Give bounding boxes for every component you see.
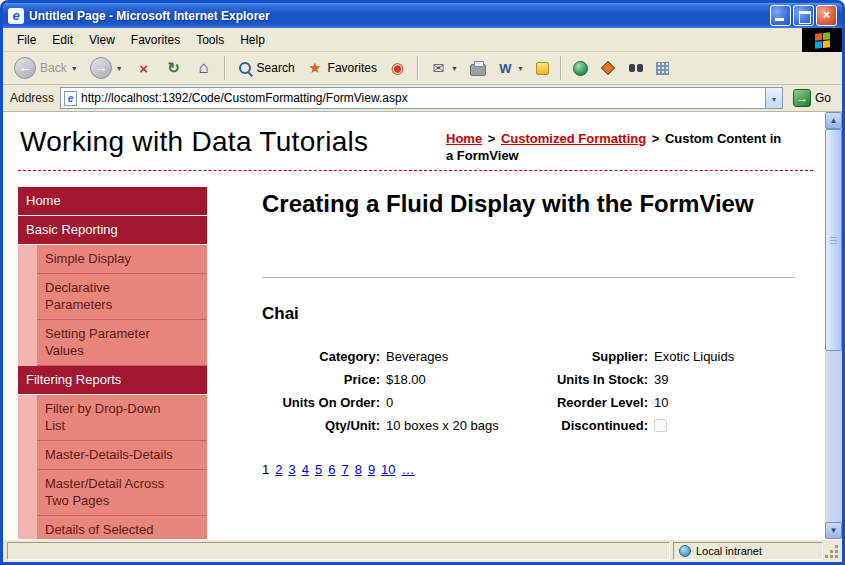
sidebar-item-master-details-details[interactable]: Master-Details-Details (37, 441, 207, 470)
back-icon: ← (14, 57, 36, 79)
menu-tools[interactable]: Tools (188, 30, 232, 50)
windows-flag-icon (802, 28, 842, 52)
toolbar-extra-button-2[interactable] (595, 54, 621, 82)
favorites-star-icon: ★ (307, 59, 324, 77)
title-bar[interactable]: e Untitled Page - Microsoft Internet Exp… (3, 3, 842, 28)
breadcrumb-section-link[interactable]: Customized Formatting (501, 131, 646, 146)
refresh-icon: ↻ (165, 59, 183, 77)
search-label: Search (257, 61, 295, 75)
scroll-down-button[interactable]: ▼ (825, 522, 842, 539)
address-dropdown-button[interactable]: ▼ (765, 88, 782, 108)
menu-view[interactable]: View (81, 30, 123, 50)
sidebar-item-master-detail-across-two-pages[interactable]: Master/Detail Across Two Pages (37, 470, 207, 516)
forward-icon: → (90, 57, 112, 79)
status-zone-label: Local intranet (696, 545, 762, 557)
go-icon: → (793, 89, 811, 107)
field-value: 39 (654, 372, 795, 388)
vertical-scrollbar[interactable]: ▲ ▼ (825, 112, 842, 539)
page-link[interactable]: 7 (341, 462, 348, 477)
sidebar-item-setting-parameter-values[interactable]: Setting Parameter Values (37, 320, 207, 366)
resize-grip[interactable] (826, 542, 840, 560)
browser-viewport: Working with Data Tutorials Home > Custo… (3, 112, 842, 539)
stop-button[interactable]: × (130, 54, 158, 82)
window-title: Untitled Page - Microsoft Internet Explo… (29, 9, 765, 23)
field-label: Units On Order: (262, 395, 380, 411)
field-label: Supplier: (512, 349, 648, 365)
back-button[interactable]: ← Back ▼ (9, 54, 83, 82)
search-button[interactable]: Search (232, 54, 300, 82)
page-link[interactable]: 3 (288, 462, 295, 477)
page-link[interactable]: 10 (381, 462, 395, 477)
print-button[interactable] (465, 54, 491, 82)
search-icon (237, 60, 253, 76)
breadcrumb-separator: > (486, 131, 498, 146)
favorites-button[interactable]: ★ Favorites (302, 54, 382, 82)
page-link[interactable]: 8 (355, 462, 362, 477)
go-label: Go (815, 91, 831, 105)
field-label: Discontinued: (512, 418, 648, 434)
breadcrumb-home-link[interactable]: Home (446, 131, 482, 146)
binoculars-icon (628, 63, 644, 73)
scroll-thumb[interactable] (825, 129, 842, 351)
toolbar-extra-button-4[interactable] (651, 54, 674, 82)
page-link[interactable]: 5 (315, 462, 322, 477)
menu-help[interactable]: Help (232, 30, 273, 50)
sidebar-item-basic-reporting[interactable]: Basic Reporting (18, 216, 207, 245)
field-label: Price: (262, 372, 380, 388)
sidebar-item-filtering-reports[interactable]: Filtering Reports (18, 366, 207, 395)
go-button[interactable]: → Go (789, 89, 835, 107)
browser-window: e Untitled Page - Microsoft Internet Exp… (0, 0, 845, 565)
address-input[interactable] (81, 89, 761, 107)
mail-button[interactable]: ✉ ▼ (425, 54, 463, 82)
page-body: Home Basic Reporting Simple Display Decl… (18, 171, 825, 539)
sidebar-item-simple-display[interactable]: Simple Display (37, 245, 207, 274)
maximize-button[interactable] (793, 5, 814, 26)
close-button[interactable]: × (816, 5, 837, 26)
page-link[interactable]: 2 (275, 462, 282, 477)
sidebar-item-declarative-parameters[interactable]: Declarative Parameters (37, 274, 207, 320)
window-controls: × (770, 5, 837, 26)
page-link[interactable]: 6 (328, 462, 335, 477)
media-icon: ◉ (389, 59, 406, 77)
field-value: Exotic Liquids (654, 349, 795, 365)
messenger-button[interactable] (531, 54, 554, 82)
page-link[interactable]: 9 (368, 462, 375, 477)
toolbar-extra-button-1[interactable] (568, 54, 593, 82)
breadcrumb: Home > Customized Formatting > Custom Co… (446, 130, 791, 164)
status-message-pane (7, 542, 670, 560)
sidebar-item-details-of-selected-row[interactable]: Details of Selected Row (37, 516, 207, 539)
scroll-up-button[interactable]: ▲ (825, 112, 842, 129)
home-icon: ⌂ (195, 58, 213, 78)
web-page: Working with Data Tutorials Home > Custo… (3, 112, 825, 539)
sidebar-nav: Home Basic Reporting Simple Display Decl… (18, 187, 207, 539)
field-label: Qty/Unit: (262, 418, 380, 434)
sidebar-item-home[interactable]: Home (18, 187, 207, 216)
field-label: Category: (262, 349, 380, 365)
refresh-button[interactable]: ↻ (160, 54, 188, 82)
page-link[interactable]: 4 (302, 462, 309, 477)
menu-file[interactable]: File (9, 30, 44, 50)
edit-button[interactable]: W ▼ (493, 54, 529, 82)
field-label: Units In Stock: (512, 372, 648, 388)
media-button[interactable]: ◉ (384, 54, 411, 82)
menu-favorites[interactable]: Favorites (123, 30, 188, 50)
security-zone-pane: Local intranet (673, 542, 823, 560)
favorites-label: Favorites (328, 61, 377, 75)
chevron-down-icon: ▼ (771, 96, 778, 103)
back-label: Back (40, 61, 67, 75)
site-header: Working with Data Tutorials Home > Custo… (18, 118, 813, 171)
home-button[interactable]: ⌂ (190, 54, 218, 82)
chevron-down-icon: ▼ (71, 65, 78, 72)
minimize-button[interactable] (770, 5, 791, 26)
print-icon (470, 64, 486, 76)
stop-icon: × (135, 60, 153, 77)
menu-edit[interactable]: Edit (44, 30, 81, 50)
field-label: Reorder Level: (512, 395, 648, 411)
toolbar-separator (224, 56, 226, 80)
page-link[interactable]: … (402, 462, 415, 477)
sidebar-item-filter-by-drop-down-list[interactable]: Filter by Drop-Down List (37, 395, 207, 441)
mail-icon: ✉ (430, 60, 447, 76)
standard-toolbar: ← Back ▼ → ▼ × ↻ ⌂ Search ★ Favorites ◉ (3, 52, 842, 85)
forward-button[interactable]: → ▼ (85, 54, 128, 82)
toolbar-extra-button-3[interactable] (623, 54, 649, 82)
